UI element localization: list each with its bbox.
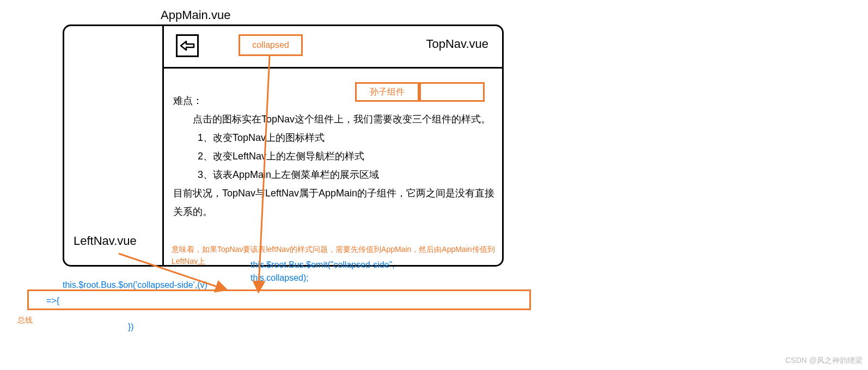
content-li1: 1、改变TopNav上的图标样式: [173, 128, 497, 147]
arrow-brace-code: =>{: [46, 296, 59, 306]
close-brace-code: }): [128, 322, 134, 332]
on-code: this.$root.Bus.$on('collapsed-side',(v): [63, 280, 207, 290]
emit-code-l2: this.collapsed);: [250, 272, 395, 285]
bus-box: [27, 289, 531, 310]
collapsed-var-label: collapsed: [252, 40, 289, 50]
emit-code: this.$root.Bus.$emit("collapsed-side", t…: [250, 258, 395, 285]
appmain-container: collapsed TopNav.vue 孙子组件 难点： 点击的图标实在Top…: [63, 24, 504, 267]
vertical-divider: [162, 26, 164, 265]
appmain-label: AppMain.vue: [161, 8, 230, 22]
horizontal-divider: [164, 67, 502, 69]
content-text: 难点： 点击的图标实在TopNav这个组件上，我们需要改变三个组件的样式。 1、…: [173, 91, 497, 221]
bus-label: 总线: [17, 316, 33, 325]
topnav-label: TopNav.vue: [426, 37, 488, 51]
content-title: 难点：: [173, 91, 497, 110]
content-li2: 2、改变LeftNav上的左侧导航栏的样式: [173, 147, 497, 165]
collapsed-var-box: collapsed: [239, 34, 303, 56]
watermark: CSDN @风之神韵绕梁: [785, 356, 863, 366]
leftnav-label: LeftNav.vue: [74, 234, 137, 248]
emit-code-l1: this.$root.Bus.$emit("collapsed-side",: [250, 258, 395, 272]
content-p2: 目前状况，TopNav与LeftNav属于AppMain的子组件，它两之间是没有…: [173, 184, 497, 221]
content-p1: 点击的图标实在TopNav这个组件上，我们需要改变三个组件的样式。: [173, 110, 497, 128]
content-li3: 3、该表AppMain上左侧菜单栏的展示区域: [173, 165, 497, 184]
back-arrow-icon[interactable]: [176, 34, 199, 57]
